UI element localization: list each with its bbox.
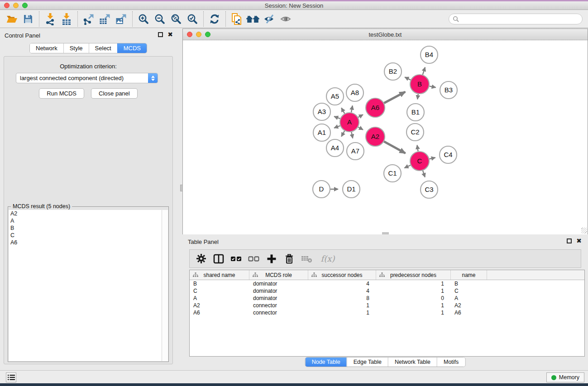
- edge-A6-B[interactable]: [384, 92, 405, 103]
- node-A[interactable]: A: [340, 113, 359, 132]
- edge-A-A1[interactable]: [334, 126, 340, 128]
- zoom-fit-button[interactable]: [168, 11, 184, 27]
- edge-A-A6[interactable]: [358, 114, 363, 117]
- node-A3[interactable]: A3: [313, 103, 330, 120]
- list-item[interactable]: A2: [9, 210, 162, 217]
- edge-C-C3[interactable]: [423, 171, 425, 177]
- column-header-predecessor-nodes[interactable]: predecessor nodes: [376, 270, 451, 280]
- deselect-all-button[interactable]: [247, 252, 261, 266]
- show-graphics-details-button[interactable]: [277, 11, 294, 27]
- cell-successor-nodes[interactable]: 1: [308, 310, 376, 316]
- table-row[interactable]: A6 connector 1 1 A6: [190, 309, 584, 316]
- float-panel-icon[interactable]: [158, 32, 163, 37]
- table-row[interactable]: B dominator 4 1 B: [190, 280, 584, 287]
- node-A2[interactable]: A2: [366, 127, 385, 146]
- cell-successor-nodes[interactable]: 1: [308, 302, 376, 309]
- cell-successor-nodes[interactable]: 4: [308, 281, 376, 287]
- open-file-button[interactable]: [4, 11, 20, 27]
- cell-mcds-role[interactable]: dominator: [249, 295, 308, 301]
- save-session-button[interactable]: [20, 11, 36, 27]
- list-item[interactable]: A: [9, 217, 162, 224]
- cell-name[interactable]: B: [451, 281, 487, 287]
- node-D[interactable]: D: [313, 181, 330, 198]
- zoom-out-button[interactable]: [152, 11, 168, 27]
- edge-A-A8[interactable]: [351, 106, 353, 113]
- delete-table-button[interactable]: [300, 252, 314, 266]
- list-item[interactable]: B: [9, 224, 162, 232]
- node-A1[interactable]: A1: [313, 124, 330, 141]
- cell-mcds-role[interactable]: connector: [249, 310, 308, 316]
- close-panel-button[interactable]: Close panel: [91, 88, 138, 99]
- show-all-button[interactable]: [245, 11, 261, 27]
- cell-predecessor-nodes[interactable]: 1: [376, 302, 451, 309]
- table-row[interactable]: A2 connector 1 1 A2: [190, 302, 584, 309]
- list-item[interactable]: C: [9, 232, 162, 239]
- cell-mcds-role[interactable]: connector: [249, 302, 308, 309]
- close-panel-icon[interactable]: ✖: [167, 32, 173, 37]
- column-header-name[interactable]: name: [451, 270, 487, 280]
- column-header-successor-nodes[interactable]: successor nodes: [308, 270, 376, 280]
- edge-B-B2[interactable]: [405, 77, 411, 80]
- table-row[interactable]: C dominator 4 1 C: [190, 287, 584, 295]
- import-table-button[interactable]: [58, 11, 75, 27]
- table-row[interactable]: A dominator 8 0 A: [190, 295, 584, 302]
- tab-edge-table[interactable]: Edge Table: [347, 357, 388, 367]
- zoom-selected-button[interactable]: [184, 11, 201, 27]
- search-field[interactable]: [449, 14, 583, 24]
- network-horizontal-scroll-thumb[interactable]: [382, 232, 389, 234]
- network-window-titlebar[interactable]: testGlobe.txt: [183, 29, 588, 40]
- float-table-panel-icon[interactable]: [567, 238, 572, 243]
- tab-node-table[interactable]: Node Table: [306, 357, 347, 367]
- cell-predecessor-nodes[interactable]: 1: [376, 288, 451, 294]
- node-C4[interactable]: C4: [440, 146, 457, 163]
- tab-network[interactable]: Network: [30, 43, 63, 53]
- list-scrollbar[interactable]: [162, 210, 168, 361]
- node-D1[interactable]: D1: [343, 181, 360, 198]
- edge-C-C2[interactable]: [417, 145, 418, 152]
- node-C3[interactable]: C3: [421, 181, 438, 198]
- cell-shared-name[interactable]: B: [190, 281, 249, 287]
- cell-name[interactable]: C: [451, 288, 487, 294]
- search-input[interactable]: [461, 16, 578, 22]
- cell-name[interactable]: A6: [451, 310, 487, 316]
- list-item[interactable]: A6: [9, 239, 162, 246]
- tab-select[interactable]: Select: [89, 43, 117, 53]
- table-settings-button[interactable]: [194, 252, 208, 266]
- edge-A-A7[interactable]: [351, 132, 353, 138]
- edge-B-B1[interactable]: [417, 94, 418, 100]
- edge-B-B3[interactable]: [430, 86, 436, 87]
- network-canvas[interactable]: B4B2BB3A5A8A6A3B1AC2A1A2A4A7C4CC1C3DD1: [183, 41, 588, 234]
- edge-A-A3[interactable]: [334, 116, 340, 119]
- apply-layout-button[interactable]: [206, 11, 223, 27]
- node-A7[interactable]: A7: [347, 143, 364, 160]
- export-image-button[interactable]: [113, 11, 129, 27]
- tab-style[interactable]: Style: [63, 43, 89, 53]
- network-vertical-scroll-thumb[interactable]: [180, 185, 183, 191]
- tab-mcds[interactable]: MCDS: [117, 43, 147, 53]
- show-column-button[interactable]: [212, 252, 225, 266]
- node-A8[interactable]: A8: [346, 84, 363, 101]
- cell-mcds-role[interactable]: dominator: [249, 281, 308, 287]
- zoom-in-button[interactable]: [135, 11, 152, 27]
- tab-network-table[interactable]: Network Table: [388, 357, 437, 367]
- edge-B-B4[interactable]: [423, 67, 425, 75]
- equation-builder-button[interactable]: f(x): [318, 252, 338, 266]
- edge-A2-C[interactable]: [384, 142, 405, 153]
- cell-mcds-role[interactable]: dominator: [249, 288, 308, 294]
- edge-A-A4[interactable]: [341, 131, 344, 137]
- export-table-button[interactable]: [97, 11, 113, 27]
- delete-columns-button[interactable]: [282, 252, 296, 266]
- import-network-button[interactable]: [42, 11, 58, 27]
- cell-predecessor-nodes[interactable]: 0: [376, 295, 451, 301]
- cell-successor-nodes[interactable]: 8: [308, 295, 376, 301]
- cell-shared-name[interactable]: A: [190, 295, 249, 301]
- edge-C-C4[interactable]: [429, 157, 435, 159]
- close-table-panel-icon[interactable]: ✖: [576, 238, 582, 243]
- node-C[interactable]: C: [410, 152, 429, 171]
- cell-shared-name[interactable]: A6: [190, 310, 249, 316]
- criterion-dropdown[interactable]: largest connected component (directed): [16, 73, 158, 83]
- cell-successor-nodes[interactable]: 4: [308, 288, 376, 294]
- column-header-mcds-role[interactable]: MCDS role: [249, 270, 308, 280]
- node-C2[interactable]: C2: [406, 124, 424, 141]
- cell-shared-name[interactable]: C: [190, 288, 249, 294]
